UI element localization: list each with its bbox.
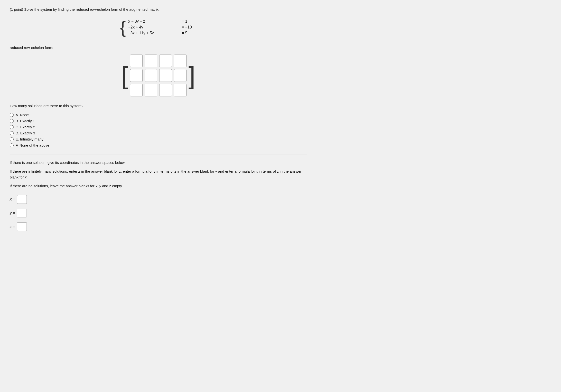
matrix-cell[interactable] (130, 69, 143, 82)
matrix-cell[interactable] (130, 54, 143, 67)
equation-row-1: x − 3y − z = 1 (128, 19, 196, 24)
option-D-label: D. Exactly 3 (16, 131, 35, 135)
option-C-label: C. Exactly 2 (16, 125, 35, 129)
eq3-rhs: = 5 (182, 31, 196, 35)
matrix-cell[interactable] (159, 84, 172, 97)
radio-B[interactable] (10, 119, 14, 123)
radio-A[interactable] (10, 113, 14, 117)
option-F-label: F. None of the above (16, 143, 49, 147)
divider-line (10, 155, 307, 155)
option-A-label: A. None (16, 113, 29, 117)
option-B[interactable]: B. Exactly 1 (10, 119, 307, 123)
matrix-divider (175, 56, 175, 95)
matrix-grid (130, 54, 186, 97)
answer-row-y: y = (10, 209, 307, 218)
bracket-left: [ (121, 63, 128, 88)
bracket-right: ] (188, 63, 195, 88)
radio-E[interactable] (10, 137, 14, 141)
matrix-cell[interactable] (174, 69, 186, 82)
equation-row-3: −3x + 11y + 5z = 5 (128, 31, 196, 35)
instructions-2: If there are infinitely many solutions, … (10, 168, 307, 180)
matrix-cell[interactable] (145, 84, 157, 97)
brace-symbol: { (120, 19, 126, 36)
eq1-rhs: = 1 (182, 19, 196, 24)
instructions-3: If there are no solutions, leave the ans… (10, 183, 307, 189)
how-many-label: How many solutions are there to this sys… (10, 104, 307, 108)
instructions-1: If there is one solution, give its coord… (10, 160, 307, 165)
x-input[interactable] (17, 195, 27, 204)
matrix-cell[interactable] (159, 69, 172, 82)
equation-row-2: −2x + 4y = −10 (128, 25, 196, 30)
matrix-cell[interactable] (174, 84, 186, 97)
section-label: reduced row-echelon form: (10, 45, 307, 50)
answer-fields: x = y = z = (10, 195, 307, 231)
y-input[interactable] (17, 209, 27, 218)
equations-list: x − 3y − z = 1 −2x + 4y = −10 −3x + 11y … (128, 19, 196, 35)
radio-F[interactable] (10, 143, 14, 147)
answer-row-x: x = (10, 195, 307, 204)
matrix-cell[interactable] (145, 69, 157, 82)
option-C[interactable]: C. Exactly 2 (10, 125, 307, 129)
eq1-lhs: x − 3y − z (128, 19, 177, 24)
option-E-label: E. Infinitely many (16, 137, 43, 141)
answer-row-z: z = (10, 222, 307, 231)
eq2-rhs: = −10 (182, 25, 196, 30)
matrix-section: [ ] (10, 54, 307, 97)
y-label: y = (10, 211, 15, 215)
option-A[interactable]: A. None (10, 113, 307, 117)
eq3-lhs: −3x + 11y + 5z (128, 31, 177, 35)
radio-C[interactable] (10, 125, 14, 129)
options-list: A. None B. Exactly 1 C. Exactly 2 D. Exa… (10, 113, 307, 147)
x-label: x = (10, 197, 15, 202)
eq2-lhs: −2x + 4y (128, 25, 177, 30)
system-equations: { x − 3y − z = 1 −2x + 4y = −10 −3x + 11… (10, 19, 307, 36)
matrix-cell[interactable] (130, 84, 143, 97)
option-E[interactable]: E. Infinitely many (10, 137, 307, 141)
question-header: (1 point) Solve the system by finding th… (10, 7, 307, 11)
z-input[interactable] (17, 222, 27, 231)
option-F[interactable]: F. None of the above (10, 143, 307, 147)
z-label: z = (10, 225, 15, 229)
radio-D[interactable] (10, 131, 14, 135)
matrix-wrapper: [ ] (121, 54, 195, 97)
option-D[interactable]: D. Exactly 3 (10, 131, 307, 135)
option-B-label: B. Exactly 1 (16, 119, 35, 123)
matrix-cell[interactable] (174, 54, 186, 67)
matrix-cell[interactable] (159, 54, 172, 67)
matrix-cell[interactable] (145, 54, 157, 67)
